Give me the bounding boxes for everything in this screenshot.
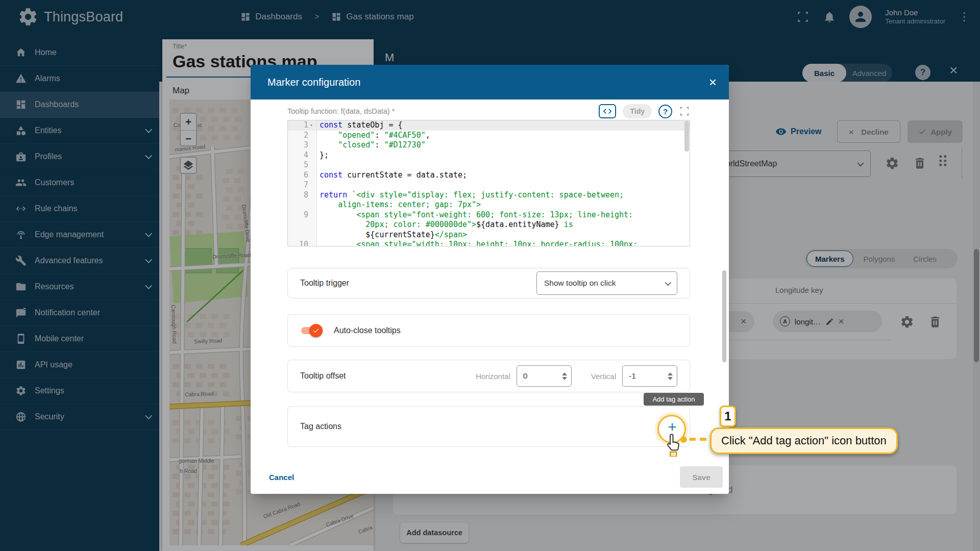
editor-scrollbar-thumb[interactable] [684, 121, 689, 152]
help-icon[interactable]: ? [658, 105, 672, 118]
dialog-scrollbar-thumb[interactable] [722, 270, 726, 362]
autoclose-tooltips-row: Auto-close tooltips [287, 314, 690, 347]
dialog-title: Marker configuration [267, 77, 360, 88]
increment-icon[interactable] [562, 372, 567, 375]
fullscreen-expand-icon[interactable] [679, 106, 690, 117]
autoclose-toggle[interactable] [300, 326, 323, 335]
tag-actions-row: Tag actions + [287, 406, 690, 447]
code-line: 10 <span style="width: 10px; height: 10p… [288, 240, 690, 246]
code-line: 5 [288, 160, 690, 170]
tooltip-trigger-select[interactable]: Show tooltip on click [536, 271, 677, 295]
vertical-label: Vertical [591, 372, 616, 381]
code-line: 3 "closed": "#D12730" [288, 140, 690, 151]
marker-configuration-dialog: Marker configuration × Tooltip function:… [251, 65, 729, 494]
tooltip-trigger-row: Tooltip trigger Show tooltip on click [287, 268, 690, 298]
code-line: 9 <span style="font-weight: 600; font-si… [288, 210, 690, 220]
save-button[interactable]: Save [680, 466, 723, 488]
code-mode-button[interactable] [599, 104, 616, 118]
code-icon [602, 106, 612, 116]
dialog-header: Marker configuration × [251, 65, 729, 99]
chevron-down-icon [665, 279, 672, 286]
tooltip-offset-row: Tooltip offset Horizontal 0 Vertical -1 [287, 360, 690, 392]
tooltip-function-label: Tooltip function: f(data, dsData) * [287, 107, 395, 115]
code-line: ${currentState}</span> [288, 230, 690, 240]
check-icon [312, 327, 320, 334]
code-line: 8return `<div style="display: flex; just… [288, 190, 690, 201]
code-line: 6const currentState = data.state; [288, 170, 690, 181]
horizontal-label: Horizontal [476, 372, 510, 381]
tooltip-trigger-label: Tooltip trigger [300, 279, 349, 288]
increment-icon[interactable] [668, 372, 673, 375]
tooltip-offset-label: Tooltip offset [300, 371, 346, 381]
vertical-offset-stepper[interactable]: -1 [622, 365, 677, 387]
add-tag-action-button[interactable]: + [661, 416, 683, 438]
tag-actions-label: Tag actions [300, 422, 341, 431]
tidy-button[interactable]: Tidy [623, 104, 652, 118]
close-dialog-icon[interactable]: × [709, 76, 717, 89]
tooltip-function-code-editor[interactable]: 1▾const stateObj = {2 "opened": "#4CAF50… [287, 120, 690, 246]
code-line: 20px; color: #000000de">${data.entityNam… [288, 220, 690, 230]
code-line: 1▾const stateObj = { [288, 120, 690, 131]
code-line: align-items: center; gap: 7px"> [288, 200, 690, 210]
dialog-footer: Cancel Save [251, 460, 729, 494]
code-line: 7 [288, 180, 690, 190]
decrement-icon[interactable] [668, 377, 673, 380]
code-line: 2 "opened": "#4CAF50", [288, 131, 690, 141]
code-line: 4}; [288, 151, 690, 161]
decrement-icon[interactable] [562, 377, 567, 380]
add-tag-action-tooltip: Add tag action [644, 393, 704, 406]
cancel-button[interactable]: Cancel [262, 468, 301, 487]
horizontal-offset-stepper[interactable]: 0 [517, 365, 572, 387]
tooltip-function-row: Tooltip function: f(data, dsData) * Tidy… [287, 103, 690, 120]
autoclose-label: Auto-close tooltips [334, 326, 401, 335]
